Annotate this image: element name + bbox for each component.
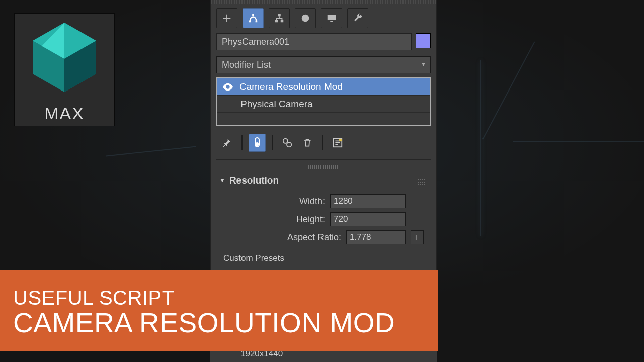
svg-point-11 [302,15,309,22]
modify-tab[interactable] [243,8,264,28]
banner-line2: CAMERA RESOLUTION MOD [13,309,425,337]
motion-icon [300,13,311,24]
configure-sets-button[interactable] [329,134,346,152]
svg-rect-9 [275,20,278,23]
svg-rect-13 [330,21,333,22]
app-logo-label: MAX [15,101,114,126]
svg-rect-5 [249,21,251,23]
svg-point-19 [339,139,342,142]
chevron-down-icon: ▼ [219,177,225,183]
command-panel-tabs [211,4,436,33]
height-input[interactable] [331,213,437,226]
create-tab[interactable] [216,8,237,28]
svg-point-16 [283,139,288,143]
modifier-stack-tools [211,131,436,159]
3ds-max-icon [27,20,102,95]
hierarchy-icon [274,13,285,24]
make-unique-button[interactable] [279,134,296,152]
banner-line1: USEFUL SCRIPT [13,287,425,309]
rollout-title: Resolution [229,175,279,186]
app-logo-art [15,14,114,101]
width-label: Width: [299,196,325,207]
height-spinner[interactable]: ▲▼ [330,212,406,226]
testtube-icon [253,137,261,148]
show-end-result-button[interactable] [249,134,266,152]
pin-stack-button[interactable] [218,134,235,152]
svg-point-17 [287,142,291,147]
trash-icon [302,137,312,148]
resolution-rollout: ▼ Resolution Width: ▲▼ Height: ▲▼ Aspect… [216,172,431,263]
object-name-field[interactable] [216,33,412,50]
utilities-tab[interactable] [347,8,368,28]
remove-modifier-button[interactable] [299,134,316,152]
modifier-stack-item-label: Physical Camera [240,99,313,110]
custom-presets-label: Custom Presets [216,246,431,263]
plus-icon [221,13,232,24]
display-tab[interactable] [321,8,342,28]
hierarchy-tab[interactable] [269,8,290,28]
rollout-grip-icon[interactable] [418,179,425,186]
app-logo: MAX [14,13,115,126]
visibility-toggle-icon[interactable] [221,83,234,91]
title-banner: USEFUL SCRIPT CAMERA RESOLUTION MOD [0,270,438,351]
svg-rect-7 [252,14,254,16]
svg-rect-12 [328,15,336,20]
modifier-list-dropdown[interactable]: Modifier List [216,56,431,73]
height-label: Height: [296,214,325,225]
svg-rect-10 [281,20,284,23]
svg-rect-15 [256,142,259,146]
rollout-header[interactable]: ▼ Resolution [216,172,431,192]
aspect-label: Aspect Ratio: [287,232,341,243]
object-color-swatch[interactable] [416,33,431,48]
link-icon [282,137,293,148]
modifier-stack-item-selected[interactable]: Camera Resolution Mod [217,78,430,96]
panel-drag-handle[interactable] [211,0,436,4]
modifier-stack: Camera Resolution Mod Physical Camera [216,77,431,126]
modify-icon [248,13,259,24]
modifier-stack-item-label: Camera Resolution Mod [239,81,343,93]
aspect-lock-button[interactable]: L [411,230,424,244]
modifier-stack-item[interactable]: Physical Camera [217,96,430,113]
width-spinner[interactable]: ▲▼ [330,194,406,208]
aspect-spinner[interactable]: ▲▼ [346,230,406,244]
svg-rect-8 [278,14,281,17]
rollout-drag-grip[interactable] [308,165,339,169]
pin-icon [222,138,232,148]
wrench-icon [352,13,363,24]
configure-icon [332,137,343,148]
svg-rect-6 [256,21,258,23]
display-icon [326,13,337,24]
motion-tab[interactable] [295,8,316,28]
width-input[interactable] [331,195,437,208]
